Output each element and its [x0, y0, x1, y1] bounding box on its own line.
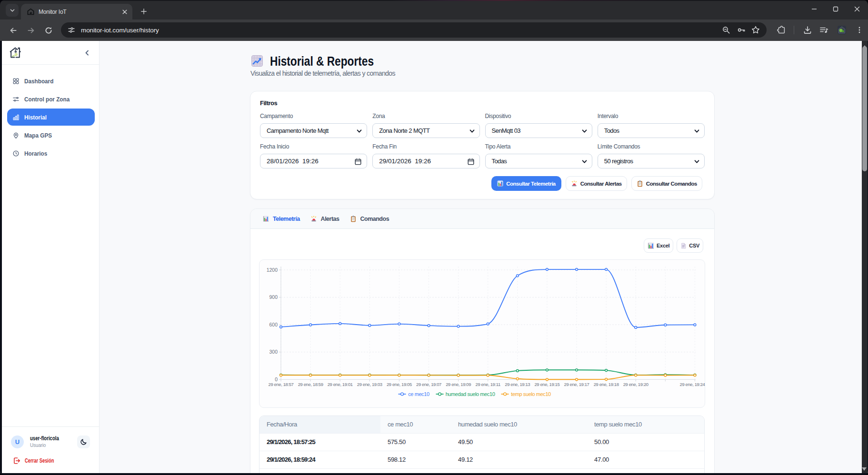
svg-text:29 ene, 19:05: 29 ene, 19:05 — [387, 382, 412, 387]
svg-text:29 ene, 19:01: 29 ene, 19:01 — [328, 382, 353, 387]
svg-text:29 ene, 19:15: 29 ene, 19:15 — [534, 382, 559, 387]
svg-text:29 ene, 19:03: 29 ene, 19:03 — [357, 382, 382, 387]
svg-text:29 ene, 19:11: 29 ene, 19:11 — [476, 382, 500, 387]
svg-text:29 ene, 19:13: 29 ene, 19:13 — [505, 382, 530, 387]
svg-text:300: 300 — [269, 349, 278, 355]
svg-text:1200: 1200 — [267, 267, 278, 273]
svg-text:29 ene, 19:20: 29 ene, 19:20 — [623, 382, 649, 387]
svg-text:29 ene, 19:17: 29 ene, 19:17 — [564, 382, 589, 387]
svg-text:29 ene, 18:57: 29 ene, 18:57 — [269, 382, 294, 387]
svg-text:29 ene, 18:59: 29 ene, 18:59 — [298, 382, 323, 387]
svg-text:600: 600 — [269, 322, 278, 327]
svg-text:29 ene, 19:18: 29 ene, 19:18 — [594, 382, 619, 387]
svg-text:29 ene, 19:24: 29 ene, 19:24 — [680, 382, 705, 387]
svg-text:29 ene, 19:07: 29 ene, 19:07 — [416, 382, 441, 387]
svg-text:29 ene, 19:09: 29 ene, 19:09 — [446, 382, 471, 387]
svg-text:900: 900 — [269, 294, 278, 300]
